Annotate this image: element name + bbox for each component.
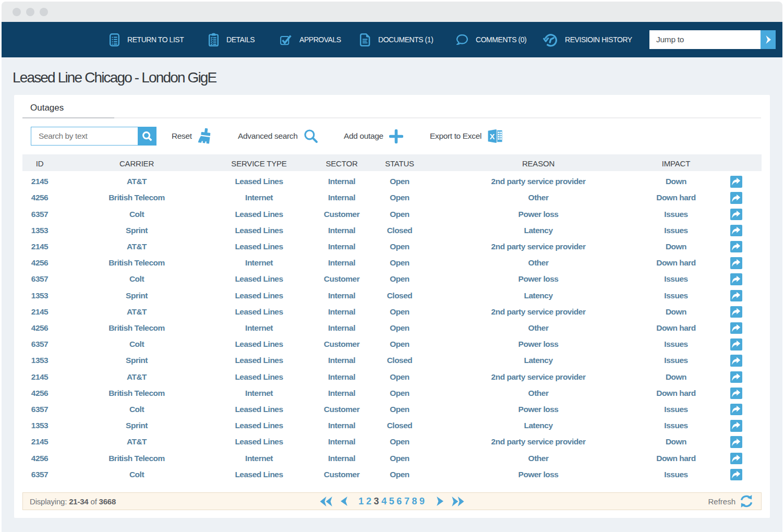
svg-text:X: X xyxy=(490,132,495,141)
